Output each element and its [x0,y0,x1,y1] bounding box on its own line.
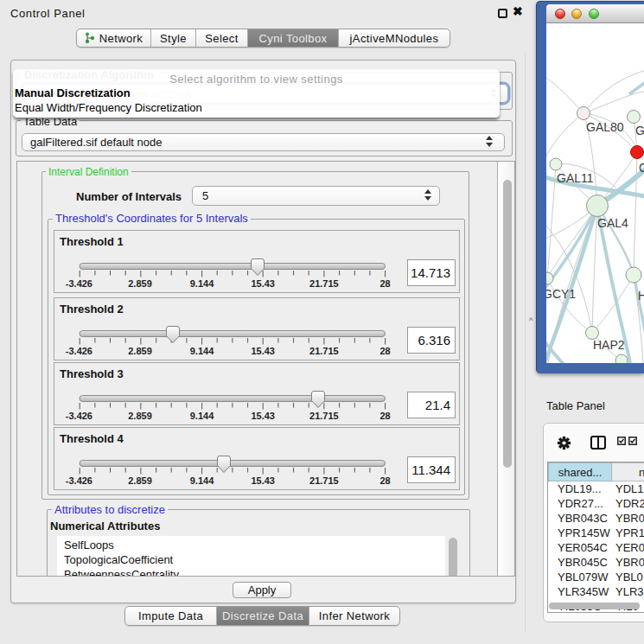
svg-text:2.859: 2.859 [128,410,152,420]
svg-text:GA: GA [635,124,644,137]
svg-text:28: 28 [379,345,390,355]
svg-text:GAL11: GAL11 [557,171,594,185]
svg-text:2.859: 2.859 [128,345,152,355]
svg-text:28: 28 [379,410,390,420]
svg-text:9.144: 9.144 [190,278,214,289]
svg-text:28: 28 [379,475,390,485]
svg-text:-3.426: -3.426 [66,278,92,289]
svg-text:-3.426: -3.426 [66,345,92,355]
svg-text:15.43: 15.43 [251,410,275,420]
svg-text:28: 28 [379,278,390,289]
svg-text:21.715: 21.715 [309,345,339,355]
svg-text:C: C [639,161,644,175]
svg-text:GAL80: GAL80 [586,120,624,134]
svg-text:-3.426: -3.426 [66,475,92,485]
svg-text:9.144: 9.144 [190,475,214,485]
svg-text:9.144: 9.144 [190,345,214,355]
svg-text:GCY1: GCY1 [546,287,576,301]
svg-text:2.859: 2.859 [128,278,152,289]
svg-text:15.43: 15.43 [251,345,275,355]
svg-text:GAL4: GAL4 [597,216,628,230]
svg-text:-3.426: -3.426 [66,410,92,420]
svg-text:21.715: 21.715 [309,278,339,289]
svg-text:HAP2: HAP2 [593,338,625,352]
svg-text:15.43: 15.43 [251,278,275,289]
svg-text:2.859: 2.859 [128,475,152,485]
svg-text:H: H [638,289,644,303]
svg-text:21.715: 21.715 [309,410,339,420]
svg-text:9.144: 9.144 [190,410,214,420]
svg-text:21.715: 21.715 [309,475,339,485]
svg-text:15.43: 15.43 [251,475,275,485]
